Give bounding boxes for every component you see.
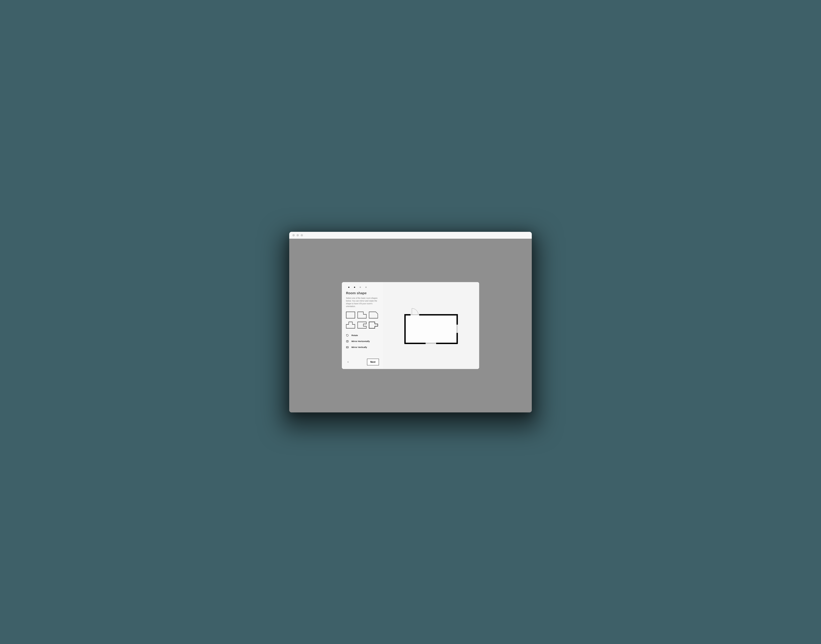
rotate-icon: [346, 334, 349, 337]
step-dot-2[interactable]: [354, 287, 355, 288]
room-outline: [404, 314, 458, 344]
svg-rect-6: [405, 315, 457, 343]
shape-option-cut-corner[interactable]: [369, 311, 378, 319]
window-minimize-dot[interactable]: [297, 234, 299, 236]
room-shape-modal: Room shape Select one of the basic room …: [342, 282, 479, 369]
step-dot-4[interactable]: [366, 287, 367, 288]
mirror-horizontal-icon: [346, 340, 349, 343]
rotate-button[interactable]: Rotate: [346, 334, 379, 337]
shape-option-cross-shape[interactable]: [369, 321, 378, 329]
shape-option-t-shape[interactable]: [346, 321, 355, 329]
chevron-left-icon: ‹: [347, 360, 349, 363]
stepper: [346, 286, 379, 291]
rotate-label: Rotate: [352, 334, 358, 337]
step-dot-1[interactable]: [348, 287, 349, 288]
next-button[interactable]: Next: [367, 359, 379, 365]
floorplan-preview: [404, 307, 458, 344]
step-dot-3[interactable]: [360, 287, 361, 288]
app-viewport: Room shape Select one of the basic room …: [289, 239, 532, 412]
panel-footer: ‹ Next: [346, 356, 379, 365]
shape-option-l-shape[interactable]: [357, 311, 367, 319]
shape-option-rectangle[interactable]: [346, 311, 355, 319]
window-maximize-dot[interactable]: [301, 234, 303, 236]
browser-window: Room shape Select one of the basic room …: [289, 232, 532, 412]
mirror-vertical-icon: [346, 346, 349, 349]
left-panel: Room shape Select one of the basic room …: [342, 282, 383, 369]
shape-option-c-shape[interactable]: [357, 321, 367, 329]
door-icon: [412, 308, 418, 315]
floorplan-preview-panel: [383, 282, 479, 369]
mirror-horizontal-label: Mirror Horizontally: [352, 340, 370, 342]
transform-actions: Rotate Mirror Horizontally: [346, 334, 379, 349]
mirror-horizontal-button[interactable]: Mirror Horizontally: [346, 340, 379, 343]
shape-grid: [346, 311, 379, 329]
panel-title: Room shape: [346, 291, 379, 295]
window-close-dot[interactable]: [292, 234, 295, 236]
panel-description: Select one of the basic room shapes belo…: [346, 297, 378, 308]
back-button[interactable]: ‹: [346, 360, 350, 364]
mirror-vertical-button[interactable]: Mirror Vertically: [346, 346, 379, 349]
svg-rect-0: [346, 312, 355, 318]
browser-titlebar: [289, 232, 532, 239]
mirror-vertical-label: Mirror Vertically: [352, 346, 367, 348]
